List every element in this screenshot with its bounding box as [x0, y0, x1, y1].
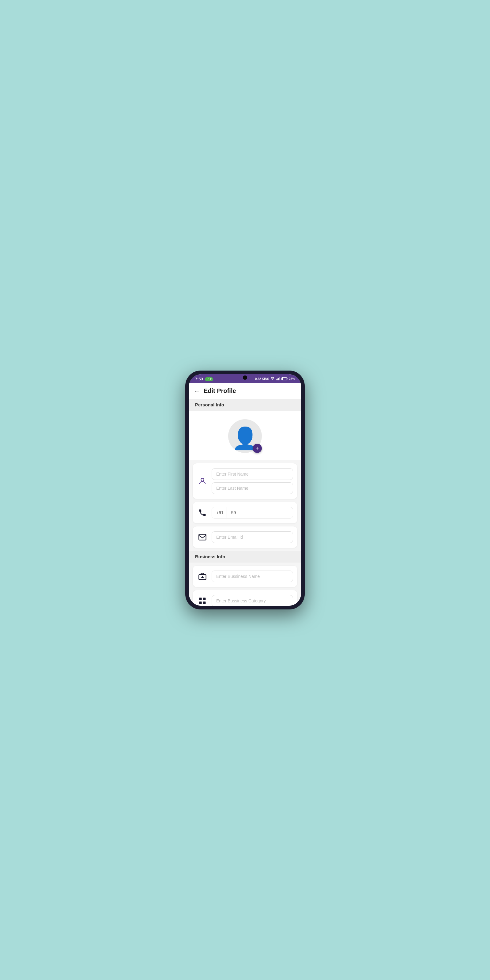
phone-input[interactable] — [227, 507, 293, 518]
avatar-add-button[interactable]: + — [253, 444, 262, 453]
business-info-section-header: Business Info — [189, 551, 301, 563]
avatar-container: 👤 + — [228, 419, 262, 453]
status-time: 7:53 — [195, 377, 203, 381]
svg-rect-9 — [199, 535, 206, 540]
status-right: 0.32 KB/S 28% — [255, 377, 295, 381]
name-form-card — [192, 463, 298, 499]
business-category-fields — [212, 595, 293, 606]
category-icon — [197, 595, 208, 606]
app-header: ← Edit Profile — [189, 383, 301, 399]
avatar-section: 👤 + — [189, 411, 301, 460]
last-name-input[interactable] — [212, 482, 293, 494]
business-category-form-card — [192, 590, 298, 606]
svg-rect-16 — [203, 601, 205, 604]
business-name-fields — [212, 571, 293, 582]
svg-rect-13 — [199, 598, 202, 600]
network-type — [270, 377, 275, 381]
country-code: +91 — [212, 507, 227, 518]
svg-rect-1 — [276, 379, 277, 380]
phone-input-row: +91 — [212, 507, 293, 519]
business-name-input[interactable] — [212, 571, 293, 582]
business-category-input[interactable] — [212, 595, 293, 606]
email-fields — [212, 531, 293, 543]
svg-rect-2 — [277, 379, 278, 380]
camera-notch — [243, 375, 247, 380]
battery-icon — [282, 377, 288, 381]
svg-rect-6 — [286, 378, 287, 379]
personal-info-title: Personal Info — [195, 402, 224, 407]
svg-rect-7 — [282, 378, 283, 380]
svg-rect-14 — [203, 598, 205, 600]
business-info-title: Business Info — [195, 554, 225, 559]
phone-screen: 7:53 2 0.32 KB/S 28% — [189, 374, 301, 606]
name-fields — [212, 468, 293, 494]
page-title: Edit Profile — [204, 387, 236, 395]
briefcase-icon — [197, 571, 208, 582]
scroll-content: Personal Info 👤 + — [189, 399, 301, 606]
email-input[interactable] — [212, 531, 293, 543]
sim-badge: 2 — [205, 377, 213, 381]
email-form-card — [192, 527, 298, 548]
phone-form-card: +91 — [192, 502, 298, 523]
phone-frame: 7:53 2 0.32 KB/S 28% — [185, 371, 305, 609]
first-name-input[interactable] — [212, 468, 293, 480]
battery-percent: 28% — [289, 377, 295, 381]
user-icon — [197, 476, 208, 487]
status-left: 7:53 2 — [195, 377, 213, 381]
svg-rect-15 — [199, 601, 202, 604]
svg-rect-4 — [279, 377, 280, 380]
svg-rect-3 — [278, 378, 279, 380]
signal-bars — [276, 377, 280, 381]
email-icon — [197, 531, 208, 542]
data-speed: 0.32 KB/S — [255, 377, 269, 381]
business-name-form-card — [192, 566, 298, 587]
back-button[interactable]: ← — [194, 387, 200, 395]
personal-info-section-header: Personal Info — [189, 399, 301, 411]
svg-point-8 — [201, 478, 204, 481]
phone-fields: +91 — [212, 507, 293, 519]
phone-icon — [197, 507, 208, 518]
